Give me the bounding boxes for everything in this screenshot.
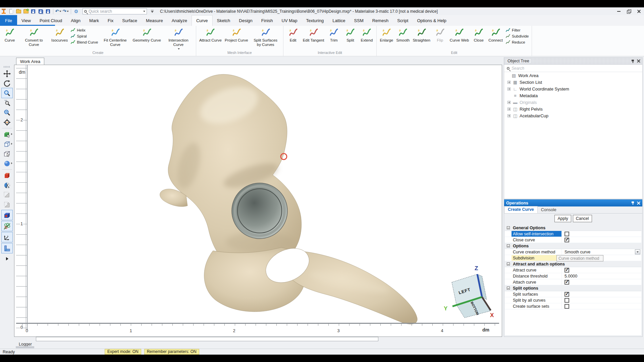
dropdown-button[interactable] — [635, 249, 640, 254]
zoom-out-tool-icon[interactable] — [2, 108, 12, 117]
cancel-button[interactable]: Cancel — [573, 215, 592, 222]
menu-item[interactable]: Align — [66, 15, 85, 26]
property-row[interactable]: Curve creation method Smooth curve — [505, 249, 641, 255]
property-value-cell[interactable] — [562, 297, 641, 303]
ribbon-button[interactable]: Geometry Curve — [132, 27, 162, 43]
property-row[interactable]: Attach curve — [505, 279, 641, 285]
section-expander-icon[interactable] — [505, 262, 512, 265]
section-expander-icon[interactable] — [505, 226, 512, 229]
new-document-button[interactable] — [8, 8, 14, 15]
close-icon[interactable] — [637, 59, 640, 63]
checkbox[interactable] — [565, 280, 569, 285]
select-entities-tool-icon[interactable] — [2, 129, 12, 139]
property-row[interactable]: General Options — [505, 225, 641, 231]
menu-item[interactable]: Point Cloud — [35, 15, 66, 26]
rotate-tool-icon[interactable] — [2, 78, 12, 88]
ribbon-button[interactable]: Extend — [359, 27, 374, 43]
property-row[interactable]: Create surface sets — [505, 303, 641, 309]
ribbon-small-button[interactable]: Blend Curve — [70, 40, 98, 45]
pin-icon[interactable] — [631, 59, 634, 63]
property-value-cell[interactable] — [562, 291, 641, 297]
toolbar-overflow-button[interactable] — [149, 8, 156, 15]
tree-expander-icon[interactable] — [507, 114, 511, 117]
menu-item[interactable]: Analyze — [167, 15, 192, 26]
undo-button[interactable]: ↶ — [55, 8, 62, 15]
menu-item[interactable]: Mark — [85, 15, 103, 26]
quick-search-input[interactable]: Quick search — [83, 8, 147, 14]
zoom-tool-icon[interactable] — [2, 88, 12, 98]
ribbon-small-button[interactable]: Reduce — [505, 40, 529, 45]
menu-item[interactable]: Fix — [103, 15, 118, 26]
ribbon-button[interactable]: Filter Subdivide — [505, 27, 530, 45]
operations-tab[interactable]: Console — [538, 207, 560, 213]
toolbar-drag-handle[interactable] — [4, 66, 10, 68]
view-cube-tool-icon[interactable] — [2, 139, 12, 149]
property-row[interactable]: Distance threshold 5.0000 — [505, 273, 641, 279]
ribbon-button[interactable]: Edit Tangent — [302, 27, 325, 43]
tree-item[interactable]: AcetabularCup — [504, 112, 642, 119]
logger-pane[interactable] — [36, 337, 378, 341]
viewport-3d[interactable]: Z Y X LEFT BOTTOM dm 2 1 0 01234 dm — [14, 65, 502, 337]
ribbon-button[interactable]: Split — [342, 27, 358, 43]
redo-button[interactable]: ↷ — [62, 8, 69, 15]
menu-item[interactable]: Surface — [118, 15, 142, 26]
menu-item[interactable]: Script — [393, 15, 413, 26]
hide-entities-toggle-icon[interactable] — [2, 221, 12, 231]
close-icon[interactable] — [637, 201, 640, 205]
menu-item[interactable]: View — [17, 15, 35, 26]
tree-item[interactable]: Section List — [504, 79, 642, 85]
property-value-cell[interactable]: 5.0000 — [562, 273, 641, 279]
menu-item[interactable]: Texturing — [302, 15, 328, 26]
save-button[interactable] — [30, 8, 37, 15]
property-row[interactable]: Close curve — [505, 237, 641, 243]
acetabular-cup[interactable] — [232, 183, 287, 239]
ribbon-button[interactable]: Straighten — [412, 27, 431, 43]
property-value-cell[interactable] — [562, 237, 641, 243]
property-value-cell[interactable] — [562, 231, 641, 237]
ribbon-button[interactable]: Connect — [487, 27, 504, 43]
minimize-button[interactable] — [616, 9, 621, 14]
tree-expander-icon[interactable] — [507, 81, 511, 84]
menu-item[interactable]: Options & Help — [413, 15, 450, 26]
save-as-button[interactable] — [37, 8, 44, 15]
menu-item[interactable]: Design — [234, 15, 257, 26]
ribbon-button[interactable]: Curve Web — [449, 27, 470, 43]
property-row[interactable]: Allow self-intersection — [505, 231, 641, 237]
center-view-tool-icon[interactable] — [2, 117, 12, 127]
menu-item[interactable]: SSM — [350, 15, 368, 26]
property-row[interactable]: Split surfaces — [505, 291, 641, 297]
menu-item[interactable]: Curve — [192, 15, 213, 26]
search-dropdown-caret[interactable] — [143, 11, 145, 12]
menu-item[interactable]: Lattice — [328, 15, 350, 26]
coordinate-axes-toggle-icon[interactable] — [2, 232, 12, 242]
clipping-cube-tool-icon[interactable] — [2, 171, 12, 180]
ribbon-button[interactable]: Project Curve — [224, 27, 249, 43]
cut-tool-icon[interactable] — [2, 180, 12, 190]
tree-item[interactable]: Metadata — [504, 92, 642, 99]
ribbon-button[interactable]: Close — [471, 27, 486, 43]
ribbon-button[interactable]: Split Surfaces by Curves — [250, 27, 281, 47]
property-row[interactable]: Attract curve — [505, 267, 641, 273]
tree-item[interactable]: Work Area — [504, 72, 642, 79]
tree-item[interactable]: Right Pelvis — [504, 106, 642, 112]
property-row[interactable]: Options — [505, 243, 641, 249]
work-area-tab[interactable]: Work Area — [16, 58, 44, 65]
property-row[interactable]: Split options — [505, 285, 641, 291]
tree-expander-icon[interactable] — [507, 87, 511, 90]
save-all-button[interactable] — [45, 8, 51, 15]
measure-toggle-icon[interactable] — [2, 243, 12, 253]
property-value-cell[interactable] — [562, 267, 641, 273]
menu-item[interactable]: File — [0, 15, 17, 26]
ribbon-button[interactable]: Flip — [432, 27, 448, 43]
tree-expander-icon[interactable] — [507, 101, 511, 104]
ribbon-button[interactable]: Enlarge — [379, 27, 394, 43]
ribbon-button[interactable]: Trim — [326, 27, 341, 43]
ribbon-button[interactable]: Attract Curve — [198, 27, 223, 43]
operations-tab[interactable]: Create Curve — [504, 206, 538, 213]
close-button[interactable] — [637, 9, 641, 14]
pin-icon[interactable] — [631, 201, 634, 205]
property-row[interactable]: Split by all curves — [505, 297, 641, 303]
ribbon-button[interactable]: Curve — [2, 27, 17, 43]
ribbon-small-button[interactable]: Helix — [70, 27, 98, 33]
section-expander-icon[interactable] — [505, 287, 512, 290]
